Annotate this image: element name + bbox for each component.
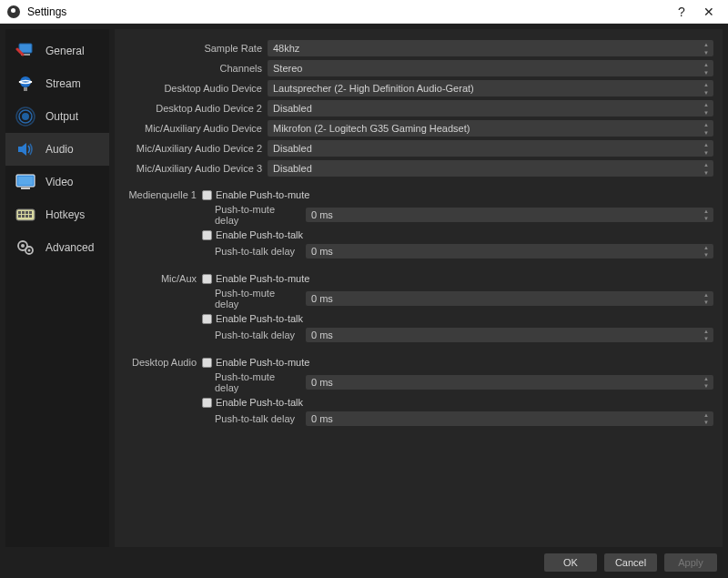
audio-icon	[15, 139, 36, 159]
svg-point-21	[21, 244, 25, 248]
push-to-mute-delay-input[interactable]: 0 ms▲▼	[306, 291, 713, 306]
spinner-icon: ▲▼	[701, 411, 712, 426]
section-label: Desktop Audio	[124, 355, 197, 428]
desktop-audio-select[interactable]: Lautsprecher (2- High Definition Audio-G…	[268, 80, 713, 96]
svg-rect-12	[22, 211, 25, 214]
desktop-audio-2-select[interactable]: Disabled ▲▼	[268, 100, 713, 117]
settings-sidebar: General Stream	[5, 29, 109, 547]
spinner-icon: ▲▼	[701, 160, 712, 177]
select-value: Disabled	[273, 143, 312, 154]
close-button[interactable]: ✕	[695, 1, 723, 23]
push-to-talk-delay-input[interactable]: 0 ms▲▼	[306, 244, 713, 259]
sidebar-item-video[interactable]: Video	[5, 166, 109, 198]
svg-point-4	[22, 113, 29, 120]
value-label: Push-to-talk delay	[202, 330, 300, 340]
svg-rect-15	[18, 215, 21, 218]
spinner-icon: ▲▼	[701, 140, 712, 157]
general-icon	[15, 41, 36, 61]
checkbox-label: Enable Push-to-mute	[216, 273, 309, 284]
svg-rect-18	[29, 215, 32, 218]
svg-point-22	[28, 249, 31, 252]
push-to-talk-delay-input[interactable]: 0 ms▲▼	[306, 411, 713, 426]
sidebar-item-label: Video	[46, 176, 73, 188]
svg-point-2	[20, 76, 31, 87]
value-label: Push-to-mute delay	[202, 204, 300, 226]
svg-rect-14	[29, 211, 32, 214]
select-value: Lautsprecher (2- High Definition Audio-G…	[273, 83, 474, 94]
checkbox-label: Enable Push-to-mute	[216, 357, 309, 368]
sidebar-item-label: Hotkeys	[46, 208, 85, 221]
svg-rect-16	[22, 215, 25, 218]
window-title: Settings	[27, 5, 66, 18]
field-label: Mic/Auxiliary Audio Device 2	[124, 143, 262, 154]
select-value: Stereo	[273, 63, 302, 74]
stream-icon	[15, 74, 36, 94]
sidebar-item-label: General	[46, 45, 85, 57]
spinner-icon: ▲▼	[701, 40, 712, 56]
enable-push-to-talk-checkbox[interactable]	[202, 398, 212, 408]
sidebar-item-hotkeys[interactable]: Hotkeys	[5, 198, 109, 231]
ok-button[interactable]: OK	[544, 553, 597, 572]
value-label: Push-to-talk delay	[202, 413, 300, 424]
sidebar-item-label: Output	[46, 110, 78, 123]
checkbox-label: Enable Push-to-talk	[216, 229, 303, 240]
hotkeys-icon	[15, 205, 36, 225]
output-icon	[15, 106, 36, 127]
field-label: Mic/Auxiliary Audio Device 3	[124, 163, 262, 174]
sidebar-item-stream[interactable]: Stream	[5, 67, 109, 100]
spinner-icon: ▲▼	[701, 208, 712, 222]
mic-aux-3-select[interactable]: Disabled ▲▼	[268, 160, 713, 177]
select-value: 48khz	[273, 43, 299, 54]
spinner-icon: ▲▼	[701, 328, 712, 342]
app-icon	[7, 5, 20, 18]
sidebar-item-general[interactable]: General	[5, 35, 109, 67]
enable-push-to-mute-checkbox[interactable]	[202, 274, 212, 284]
svg-rect-9	[21, 188, 30, 189]
svg-rect-17	[25, 215, 28, 218]
sidebar-item-label: Advanced	[46, 241, 94, 254]
sidebar-item-label: Stream	[46, 77, 81, 90]
section-label: Medienquelle 1	[124, 188, 197, 260]
sample-rate-select[interactable]: 48khz ▲▼	[268, 40, 713, 56]
channels-select[interactable]: Stereo ▲▼	[268, 60, 713, 76]
checkbox-label: Enable Push-to-mute	[216, 189, 309, 200]
dialog-footer: OK Cancel Apply	[0, 547, 728, 578]
enable-push-to-mute-checkbox[interactable]	[202, 358, 212, 368]
cancel-button[interactable]: Cancel	[604, 553, 657, 572]
push-to-talk-delay-input[interactable]: 0 ms▲▼	[306, 328, 713, 342]
enable-push-to-mute-checkbox[interactable]	[202, 190, 212, 200]
mic-aux-2-select[interactable]: Disabled ▲▼	[268, 140, 713, 157]
mic-aux-select[interactable]: Mikrofon (2- Logitech G35 Gaming Headset…	[268, 120, 713, 137]
svg-rect-3	[24, 87, 27, 91]
titlebar: Settings ? ✕	[0, 0, 728, 24]
spinner-icon: ▲▼	[701, 80, 712, 96]
checkbox-label: Enable Push-to-talk	[216, 313, 303, 324]
sidebar-item-advanced[interactable]: Advanced	[5, 231, 109, 264]
field-label: Sample Rate	[124, 43, 262, 54]
svg-rect-13	[25, 211, 28, 214]
advanced-icon	[15, 238, 36, 258]
svg-rect-8	[18, 177, 33, 185]
spinner-icon: ▲▼	[701, 244, 712, 259]
select-value: Mikrofon (2- Logitech G35 Gaming Headset…	[273, 123, 470, 134]
field-label: Mic/Auxiliary Audio Device	[124, 123, 262, 134]
push-to-mute-delay-input[interactable]: 0 ms▲▼	[306, 208, 713, 222]
sidebar-item-output[interactable]: Output	[5, 100, 109, 133]
svg-rect-11	[18, 211, 21, 214]
field-label: Desktop Audio Device 2	[124, 103, 262, 114]
video-icon	[15, 172, 36, 192]
spinner-icon: ▲▼	[701, 375, 712, 390]
sidebar-item-audio[interactable]: Audio	[5, 133, 109, 166]
help-button[interactable]: ?	[668, 1, 695, 23]
apply-button[interactable]: Apply	[664, 553, 717, 572]
spinner-icon: ▲▼	[701, 120, 712, 137]
push-to-mute-delay-input[interactable]: 0 ms▲▼	[306, 375, 713, 390]
spinner-icon: ▲▼	[701, 291, 712, 306]
field-label: Desktop Audio Device	[124, 83, 262, 94]
enable-push-to-talk-checkbox[interactable]	[202, 314, 212, 324]
field-label: Channels	[124, 63, 262, 74]
checkbox-label: Enable Push-to-talk	[216, 397, 303, 408]
enable-push-to-talk-checkbox[interactable]	[202, 230, 212, 240]
spinner-icon: ▲▼	[701, 60, 712, 76]
select-value: Disabled	[273, 163, 312, 174]
